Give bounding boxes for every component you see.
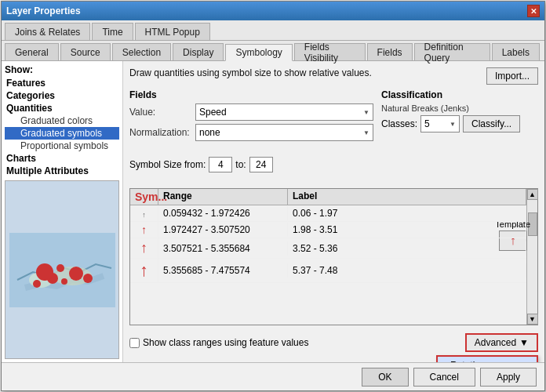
classification-section-label: Classification bbox=[381, 89, 538, 100]
row2-sym: ↑ bbox=[130, 222, 158, 238]
tab-labels[interactable]: Labels bbox=[492, 43, 540, 60]
left-panel: Show: Features Categories Quantities Gra… bbox=[2, 61, 123, 362]
normalization-select-text: none bbox=[199, 127, 220, 138]
advanced-dropdown-arrow: ▼ bbox=[519, 337, 529, 348]
svg-point-8 bbox=[36, 263, 53, 281]
row3-sym: ↑ bbox=[130, 238, 158, 258]
classify-button[interactable]: Classify... bbox=[463, 115, 520, 132]
normalization-dropdown-arrow: ▼ bbox=[363, 129, 369, 136]
advanced-dropdown-menu: Rotation... Size... Symbol Levels... bbox=[436, 355, 538, 362]
advanced-container: Advanced ▼ Rotation... Size... Symbol Le… bbox=[465, 333, 538, 352]
show-class-ranges-row: Show class ranges using feature values bbox=[129, 337, 308, 348]
size-from-input[interactable] bbox=[209, 157, 232, 172]
svg-point-6 bbox=[69, 267, 83, 281]
table-header: Sym... Range Label bbox=[130, 189, 526, 205]
tab-fields-visibility[interactable]: Fields Visibility bbox=[294, 43, 366, 60]
tree-item-quantities[interactable]: Quantities bbox=[5, 102, 119, 114]
tree-item-categories[interactable]: Categories bbox=[5, 89, 119, 102]
tab-symbology[interactable]: Symbology bbox=[225, 44, 292, 61]
tab-time[interactable]: Time bbox=[92, 23, 133, 40]
svg-point-7 bbox=[83, 274, 93, 283]
classes-value: 5 bbox=[424, 118, 430, 129]
tab-selection[interactable]: Selection bbox=[112, 43, 171, 60]
description-text: Draw quantities using symbol size to sho… bbox=[129, 67, 372, 78]
footer: OK Cancel Apply bbox=[2, 362, 544, 390]
value-select[interactable]: Speed ▼ bbox=[195, 103, 373, 121]
window-title: Layer Properties bbox=[6, 5, 81, 16]
tab-joins[interactable]: Joins & Relates bbox=[5, 23, 90, 40]
tree-item-multiple-attributes[interactable]: Multiple Attributes bbox=[5, 165, 119, 177]
value-label: Value: bbox=[129, 107, 192, 118]
second-tab-bar: General Source Selection Display Symbolo… bbox=[2, 41, 544, 61]
tab-general[interactable]: General bbox=[5, 43, 59, 60]
table-body: ↑ 0.059432 - 1.972426 0.06 - 1.97 ↑ 1.97… bbox=[130, 205, 526, 283]
normalization-row: Normalization: none ▼ bbox=[129, 124, 373, 141]
tree-item-graduated-symbols[interactable]: Graduated symbols bbox=[5, 127, 119, 140]
right-panel: Draw quantities using symbol size to sho… bbox=[123, 61, 544, 362]
size-to-label: to: bbox=[235, 159, 246, 170]
advanced-button[interactable]: Advanced ▼ bbox=[465, 333, 538, 352]
normalization-label: Normalization: bbox=[129, 127, 192, 138]
value-dropdown-arrow: ▼ bbox=[363, 109, 369, 116]
classes-row: Classes: 5 ▼ Classify... bbox=[381, 115, 538, 132]
row4-range: 5.355685 - 7.475574 bbox=[158, 263, 288, 278]
main-content: Show: Features Categories Quantities Gra… bbox=[2, 61, 544, 362]
advanced-label: Advanced bbox=[475, 337, 516, 348]
apply-button[interactable]: Apply bbox=[480, 368, 537, 387]
classes-label: Classes: bbox=[381, 118, 417, 129]
svg-point-3 bbox=[33, 280, 41, 288]
bottom-row: Show class ranges using feature values A… bbox=[129, 333, 538, 352]
size-to-input[interactable] bbox=[249, 157, 273, 172]
symbol-size-row: Symbol Size from: to: Template ↑ bbox=[129, 149, 538, 180]
ok-button[interactable]: OK bbox=[362, 368, 408, 387]
tab-display[interactable]: Display bbox=[173, 43, 224, 60]
close-button[interactable]: ✕ bbox=[527, 5, 540, 17]
tree-item-features[interactable]: Features bbox=[5, 77, 119, 89]
row1-label: 0.06 - 1.97 bbox=[288, 206, 526, 220]
show-class-ranges-checkbox[interactable] bbox=[129, 338, 140, 348]
scroll-up-arrow[interactable]: ▲ bbox=[527, 189, 538, 200]
value-row: Value: Speed ▼ bbox=[129, 103, 373, 121]
table-inner: Sym... Range Label ↑ 0.059432 - 1.972426… bbox=[130, 189, 526, 325]
cancel-button[interactable]: Cancel bbox=[413, 368, 475, 387]
classification-section: Classification Natural Breaks (Jenks) Cl… bbox=[381, 89, 538, 144]
fields-section-label: Fields bbox=[129, 89, 373, 100]
row3-label: 3.52 - 5.36 bbox=[288, 241, 526, 256]
table-row[interactable]: ↑ 5.355685 - 7.475574 5.37 - 7.48 bbox=[130, 259, 526, 283]
show-class-ranges-label: Show class ranges using feature values bbox=[143, 337, 308, 348]
tab-source[interactable]: Source bbox=[60, 43, 111, 60]
scroll-down-arrow[interactable]: ▼ bbox=[527, 314, 538, 325]
header-range: Range bbox=[158, 189, 288, 205]
table-row[interactable]: ↑ 0.059432 - 1.972426 0.06 - 1.97 bbox=[130, 205, 526, 222]
dropdown-item-rotation[interactable]: Rotation... bbox=[438, 357, 537, 362]
tree-item-graduated-colors[interactable]: Graduated colors bbox=[5, 114, 119, 127]
symbol-size-label: Symbol Size from: bbox=[129, 159, 206, 170]
table-row[interactable]: ↑ 1.972427 - 3.507520 1.98 - 3.51 bbox=[130, 222, 526, 238]
tab-html[interactable]: HTML Popup bbox=[135, 23, 210, 40]
tab-definition-query[interactable]: Definition Query bbox=[414, 43, 490, 60]
row2-label: 1.98 - 3.51 bbox=[288, 223, 526, 237]
symbol-table: Sym... Range Label ↑ 0.059432 - 1.972426… bbox=[129, 188, 538, 325]
row4-sym: ↑ bbox=[130, 259, 158, 282]
table-row[interactable]: ↑ 3.507521 - 5.355684 3.52 - 5.36 bbox=[130, 238, 526, 259]
svg-point-9 bbox=[56, 264, 64, 272]
tree-item-proportional-symbols[interactable]: Proportional symbols bbox=[5, 140, 119, 152]
svg-point-5 bbox=[61, 278, 67, 285]
title-bar: Layer Properties ✕ bbox=[2, 2, 544, 20]
map-svg bbox=[9, 233, 115, 307]
normalization-select[interactable]: none ▼ bbox=[195, 124, 373, 141]
header-sym: Sym... bbox=[130, 189, 158, 205]
row2-range: 1.972427 - 3.507520 bbox=[158, 223, 288, 237]
row4-label: 5.37 - 7.48 bbox=[288, 263, 526, 278]
show-label: Show: bbox=[5, 64, 119, 75]
map-preview bbox=[5, 180, 119, 359]
fields-classification-row: Fields Value: Speed ▼ Normalization: non… bbox=[129, 89, 538, 144]
tree-item-charts[interactable]: Charts bbox=[5, 152, 119, 165]
table-scrollbar[interactable]: ▲ ▼ bbox=[526, 189, 537, 325]
import-button[interactable]: Import... bbox=[486, 67, 538, 85]
tab-fields[interactable]: Fields bbox=[367, 43, 413, 60]
row3-range: 3.507521 - 5.355684 bbox=[158, 241, 288, 256]
top-tab-bar: Joins & Relates Time HTML Popup bbox=[2, 20, 544, 41]
classes-arrow: ▼ bbox=[450, 121, 456, 128]
classes-select[interactable]: 5 ▼ bbox=[420, 115, 460, 132]
